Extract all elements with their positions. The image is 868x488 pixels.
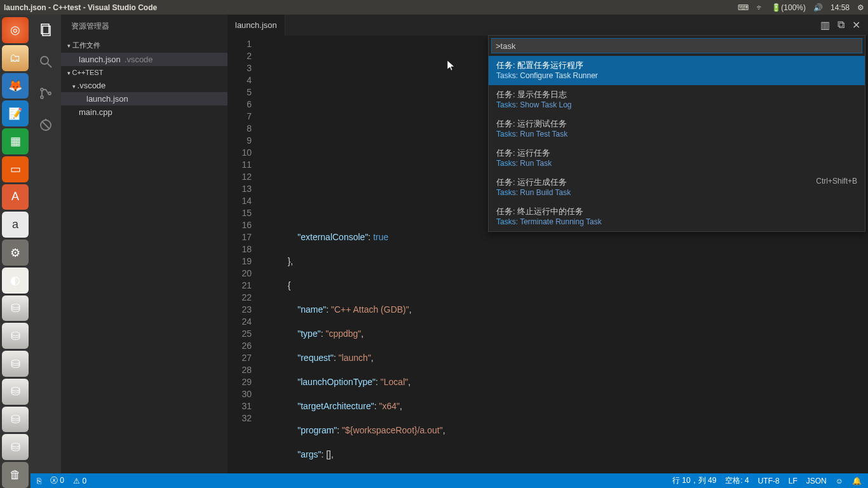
writer-icon[interactable]: 📝	[2, 100, 29, 126]
working-file-item[interactable]: launch.json .vscode	[61, 53, 227, 66]
calc-icon[interactable]: ▦	[2, 128, 29, 154]
split-editor-icon[interactable]: ▥	[820, 19, 830, 31]
system-tray: ⌨ ᯤ 🔋 (100%) 🔊 14:58 ⚙	[738, 3, 864, 12]
folder-vscode[interactable]: .vscode	[61, 79, 227, 92]
os-menubar: launch.json - C++test - Visual Studio Co…	[0, 0, 868, 15]
working-files-section[interactable]: 工作文件	[61, 38, 227, 53]
editor-tabbar: launch.json ▥ ⧉ ✕	[227, 15, 868, 36]
palette-item[interactable]: Ctrl+Shift+B任务: 运行生成任务Tasks: Run Build T…	[489, 173, 865, 202]
drive-icon[interactable]: ⛁	[2, 323, 29, 349]
firefox-icon[interactable]: 🦊	[2, 73, 29, 99]
svg-point-5	[41, 96, 43, 98]
clock[interactable]: 14:58	[831, 3, 850, 12]
dash-icon[interactable]: ◎	[2, 17, 29, 43]
cursor-position[interactable]: 行 10，列 49	[672, 475, 716, 486]
battery-indicator[interactable]: 🔋 (100%)	[771, 3, 806, 12]
drive-icon[interactable]: ⛁	[2, 351, 29, 377]
software-center-icon[interactable]: A	[2, 184, 29, 210]
svg-point-4	[41, 88, 43, 91]
notifications-icon[interactable]: 🔔	[852, 477, 862, 485]
palette-item[interactable]: 任务: 显示任务日志Tasks: Show Task Log	[489, 85, 865, 114]
trash-icon[interactable]: 🗑	[2, 462, 29, 488]
amazon-icon[interactable]: a	[2, 212, 29, 238]
gear-icon[interactable]: ⚙	[857, 3, 864, 12]
ports-icon[interactable]: ⎘	[37, 477, 41, 485]
drive-icon[interactable]: ⛁	[2, 379, 29, 405]
window-title: launch.json - C++test - Visual Studio Co…	[4, 3, 157, 12]
editor-area: launch.json ▥ ⧉ ✕ 1234567891011121314151…	[227, 15, 868, 473]
drive-icon[interactable]: ⛁	[2, 407, 29, 433]
palette-item[interactable]: 任务: 运行任务Tasks: Run Task	[489, 144, 865, 173]
eclipse-icon[interactable]: ◐	[2, 268, 29, 294]
drive-icon[interactable]: ⛁	[2, 434, 29, 460]
activity-bar	[31, 15, 61, 473]
palette-item[interactable]: 任务: 运行测试任务Tasks: Run Test Task	[489, 114, 865, 144]
files-icon[interactable]: 🗂	[2, 45, 29, 71]
line-gutter: 1234567891011121314151617181920212223242…	[227, 36, 258, 473]
open-changes-icon[interactable]: ⧉	[837, 19, 844, 31]
feedback-icon[interactable]: ☺	[836, 477, 843, 485]
settings-icon[interactable]: ⚙	[2, 240, 29, 266]
encoding-status[interactable]: UTF-8	[758, 477, 780, 485]
explorer-title: 资源管理器	[61, 15, 227, 38]
close-editor-icon[interactable]: ✕	[852, 19, 860, 31]
command-palette: 任务: 配置任务运行程序Tasks: Configure Task Runner…	[488, 35, 865, 232]
debug-icon[interactable]	[37, 116, 55, 134]
impress-icon[interactable]: ▭	[2, 156, 29, 182]
volume-icon[interactable]: 🔊	[813, 3, 823, 12]
explorer-sidebar: 资源管理器 工作文件 launch.json .vscode C++TEST .…	[61, 15, 227, 473]
errors-indicator[interactable]: ⓧ 0	[50, 475, 64, 486]
file-main-cpp[interactable]: main.cpp	[61, 105, 227, 119]
search-icon[interactable]	[37, 53, 55, 71]
indent-status[interactable]: 空格: 4	[725, 475, 749, 486]
drive-icon[interactable]: ⛁	[2, 295, 29, 322]
file-launch-json[interactable]: launch.json	[61, 92, 227, 105]
warnings-indicator[interactable]: ⚠ 0	[73, 477, 86, 485]
svg-point-6	[48, 92, 51, 95]
language-status[interactable]: JSON	[806, 477, 827, 485]
svg-point-2	[41, 57, 48, 64]
svg-line-3	[48, 64, 51, 67]
palette-item[interactable]: 任务: 终止运行中的任务Tasks: Terminate Running Tas…	[489, 202, 865, 231]
unity-launcher: ◎ 🗂 🦊 📝 ▦ ▭ A a ⚙ ▶ ◐ ⛁ ⛁ ⛁ ⛁ ⛁ ⛁ 🗑	[0, 15, 31, 488]
wifi-icon[interactable]: ᯤ	[756, 3, 764, 12]
explorer-icon[interactable]	[37, 21, 55, 39]
status-bar: ⎘ ⓧ 0 ⚠ 0 行 10，列 49 空格: 4 UTF-8 LF JSON …	[31, 473, 868, 488]
vscode-window: 资源管理器 工作文件 launch.json .vscode C++TEST .…	[31, 15, 868, 473]
project-section[interactable]: C++TEST	[61, 66, 227, 79]
tab-launch-json[interactable]: launch.json	[227, 15, 285, 36]
command-palette-input[interactable]	[491, 38, 862, 53]
palette-item[interactable]: 任务: 配置任务运行程序Tasks: Configure Task Runner	[489, 56, 865, 85]
git-icon[interactable]	[37, 85, 55, 102]
eol-status[interactable]: LF	[789, 477, 797, 485]
keyboard-icon[interactable]: ⌨	[738, 3, 749, 12]
